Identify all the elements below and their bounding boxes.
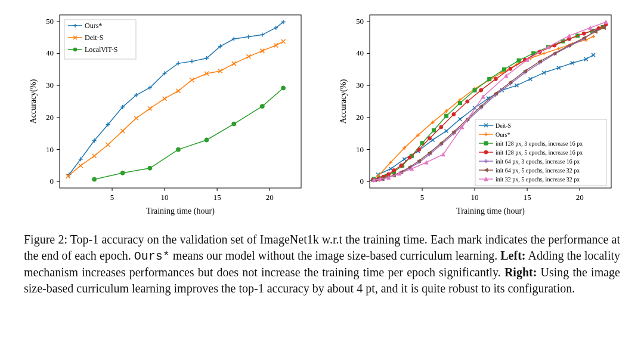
svg-point-87 [400, 164, 403, 167]
svg-point-88 [408, 156, 411, 159]
svg-text:10: 10 [356, 145, 364, 154]
charts-row: 510152001020304050Training time (hour)Ac… [24, 6, 620, 221]
svg-rect-70 [445, 114, 448, 118]
svg-text:5: 5 [110, 193, 114, 202]
svg-point-93 [466, 100, 469, 103]
svg-point-95 [494, 77, 497, 81]
svg-text:40: 40 [356, 48, 364, 57]
caption-ours-label: Ours* [134, 249, 170, 263]
svg-text:0: 0 [50, 177, 54, 186]
svg-point-94 [479, 88, 483, 92]
left-chart-svg: 510152001020304050Training time (hour)Ac… [24, 6, 310, 221]
svg-point-101 [582, 32, 586, 35]
svg-text:init 64 px, 3 epochs, increase: init 64 px, 3 epochs, increase 16 px [496, 158, 580, 165]
svg-text:20: 20 [266, 193, 274, 202]
caption-after-ours: means our model without the image size-b… [170, 249, 501, 262]
svg-text:Ours*: Ours* [496, 131, 510, 138]
right-chart-svg: 510152001020304050Training time (hour)Ac… [334, 6, 620, 221]
svg-text:Accuracy(%): Accuracy(%) [339, 79, 348, 124]
figure-caption: Figure 2: Top-1 accuracy on the validati… [24, 232, 620, 297]
svg-point-92 [452, 112, 456, 116]
svg-text:30: 30 [356, 81, 364, 90]
svg-text:init 32 px, 5 epochs, increase: init 32 px, 5 epochs, increase 32 px [496, 176, 580, 183]
svg-text:20: 20 [576, 193, 584, 202]
svg-text:20: 20 [356, 113, 364, 122]
svg-text:0: 0 [360, 177, 364, 186]
caption-right-label: Right: [504, 266, 537, 279]
left-chart: 510152001020304050Training time (hour)Ac… [24, 6, 310, 221]
svg-rect-110 [484, 141, 488, 145]
svg-rect-69 [432, 128, 435, 132]
svg-text:50: 50 [46, 17, 54, 26]
svg-text:Training time (hour): Training time (hour) [146, 207, 215, 216]
svg-point-91 [439, 125, 443, 129]
svg-text:10: 10 [46, 145, 54, 154]
svg-text:10: 10 [471, 193, 479, 202]
caption-left-label: Left: [500, 249, 525, 262]
svg-point-96 [509, 67, 512, 70]
svg-point-28 [232, 122, 236, 126]
svg-text:15: 15 [213, 193, 221, 202]
svg-point-29 [260, 104, 264, 109]
svg-point-25 [148, 166, 152, 170]
svg-text:20: 20 [46, 113, 54, 122]
svg-point-24 [120, 171, 125, 175]
svg-point-89 [417, 148, 421, 152]
svg-rect-73 [488, 77, 491, 81]
svg-point-37 [73, 48, 77, 51]
svg-point-26 [176, 147, 180, 152]
svg-text:init 128 px, 3 epochs, increas: init 128 px, 3 epochs, increase 16 px [496, 140, 583, 147]
svg-point-90 [428, 137, 431, 140]
svg-text:10: 10 [161, 193, 169, 202]
svg-text:50: 50 [356, 17, 364, 26]
svg-rect-75 [517, 58, 521, 62]
svg-text:Deit-S: Deit-S [85, 33, 103, 42]
svg-text:Ours*: Ours* [85, 21, 102, 30]
svg-rect-74 [502, 67, 506, 71]
svg-rect-71 [458, 101, 462, 105]
svg-text:30: 30 [46, 81, 54, 90]
svg-text:Deit-S: Deit-S [496, 122, 511, 129]
svg-point-30 [281, 86, 286, 90]
figure-container: { "caption": { "prefix": "Figure 2: Top-… [0, 0, 644, 342]
svg-point-23 [92, 177, 97, 181]
svg-point-86 [392, 168, 396, 172]
svg-text:5: 5 [420, 193, 425, 202]
svg-rect-72 [473, 88, 476, 92]
svg-text:40: 40 [46, 48, 54, 57]
svg-text:15: 15 [524, 193, 531, 202]
svg-text:Training time (hour): Training time (hour) [456, 207, 525, 216]
svg-text:init 128 px, 5 epochs, increas: init 128 px, 5 epochs, increase 16 px [496, 149, 583, 156]
right-chart: 510152001020304050Training time (hour)Ac… [334, 6, 620, 221]
svg-text:LocalViT-S: LocalViT-S [85, 45, 118, 54]
svg-text:Accuracy(%): Accuracy(%) [29, 79, 38, 124]
svg-text:init 64 px, 5 epochs, increase: init 64 px, 5 epochs, increase 32 px [496, 167, 580, 174]
svg-point-27 [205, 138, 209, 142]
svg-point-113 [484, 150, 488, 154]
